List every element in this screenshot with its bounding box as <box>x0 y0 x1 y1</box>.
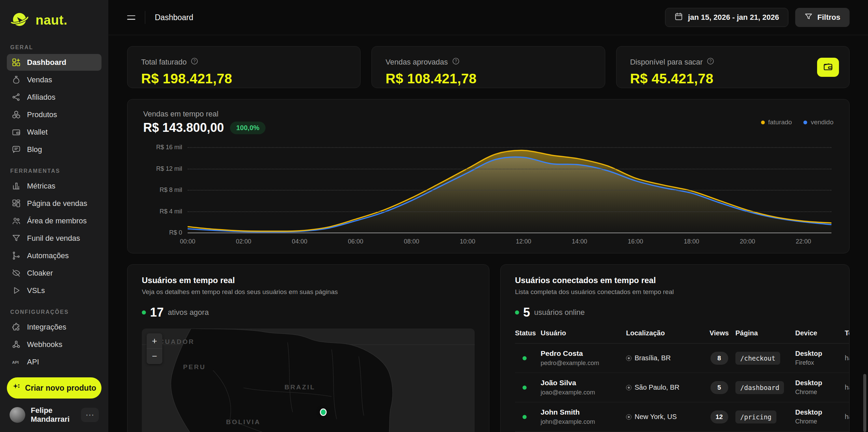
online-count: 5 <box>523 305 530 320</box>
y-axis-tick: R$ 8 mil <box>160 186 182 194</box>
online-dot <box>142 310 146 315</box>
device-browser: Firefox <box>795 359 845 366</box>
page-scrollbar[interactable] <box>863 374 866 432</box>
user-profile[interactable]: Felipe Mandarrari ⋯ <box>7 399 101 424</box>
user-email: john@example.com <box>541 418 626 426</box>
avatar <box>10 407 25 423</box>
device-type: Desktop <box>795 408 845 416</box>
sidebar-item-area-de-membros[interactable]: Área de membros <box>7 212 101 229</box>
stat-card-total-faturado: Total faturado ? R$ 198.421,78 <box>127 46 361 88</box>
user-email: pedro@example.com <box>541 360 626 367</box>
table-header: StatusUsuárioLocalizaçãoViewsPáginaDevic… <box>515 329 850 344</box>
sidebar-item-produtos[interactable]: Produtos <box>7 106 101 123</box>
chart-title: Vendas em tempo real <box>143 110 266 119</box>
date-range-picker[interactable]: jan 15, 2026 - jan 21, 2026 <box>665 8 788 27</box>
table-row: João Silvajoao@example.com São Paulo, BR… <box>515 373 850 402</box>
x-axis-tick: 12:00 <box>516 238 531 245</box>
column-header: Página <box>735 329 795 337</box>
sidebar-toggle-icon[interactable] <box>127 15 135 20</box>
sidebar-item-vendas[interactable]: Vendas <box>7 71 101 88</box>
legend-item-faturado[interactable]: faturado <box>761 119 792 126</box>
zoom-out-button[interactable]: − <box>147 349 162 364</box>
x-axis-tick: 10:00 <box>460 238 475 245</box>
x-axis-tick: 04:00 <box>292 238 307 245</box>
gridline <box>188 190 831 191</box>
integracoes-icon <box>12 322 21 332</box>
stat-value: R$ 108.421,78 <box>385 71 591 86</box>
online-dot <box>515 310 519 315</box>
help-icon[interactable]: ? <box>707 57 714 67</box>
sidebar-item-automacoes[interactable]: Automações <box>7 247 101 264</box>
sparkles-icon <box>12 382 21 393</box>
x-axis-tick: 22:00 <box>796 238 811 245</box>
x-axis-tick: 20:00 <box>740 238 755 245</box>
user-location-marker[interactable] <box>320 408 327 416</box>
stat-card-vendas-aprovadas: Vendas aprovadas ? R$ 108.421,78 <box>371 46 605 88</box>
stat-cards: Total faturado ? R$ 198.421,78 Vendas ap… <box>127 46 850 88</box>
chart-plot-area: R$ 0R$ 4 milR$ 8 milR$ 12 milR$ 16 mil <box>188 147 831 233</box>
sidebar: naut. GERALDashboardVendasAfiliadosProdu… <box>0 0 109 432</box>
user-name: John Smith <box>541 408 580 416</box>
user-location: São Paulo, BR <box>635 384 679 391</box>
sidebar-item-blog[interactable]: Blog <box>7 141 101 158</box>
brand-name: naut. <box>36 13 67 28</box>
funnel-icon <box>804 12 813 23</box>
users-map[interactable]: ECUADORPERUBRAZILBOLIVIA + − <box>142 329 475 432</box>
api-icon: API <box>12 357 21 366</box>
stat-card-disponivel-sacar: Disponível para sacar ? R$ 45.421,78 <box>616 46 850 88</box>
withdraw-wallet-button[interactable] <box>817 58 839 77</box>
legend-dot <box>803 121 807 124</box>
gridline <box>188 169 831 169</box>
filters-button[interactable]: Filtros <box>795 8 850 27</box>
svg-text:?: ? <box>709 59 712 64</box>
automacoes-icon <box>12 251 21 260</box>
nav-section-label: FERRAMENTAS <box>10 168 98 174</box>
webhooks-icon <box>12 340 21 349</box>
x-axis-labels: 00:0002:0004:0006:0008:0010:0012:0014:00… <box>188 238 831 250</box>
nav-section-label: CONFIGURAÇÕES <box>10 309 98 315</box>
dashboard-icon <box>12 58 21 67</box>
x-axis-tick: 14:00 <box>572 238 587 245</box>
x-axis-tick: 02:00 <box>236 238 251 245</box>
sidebar-item-integracoes[interactable]: Integrações <box>7 319 101 335</box>
location-pin-icon <box>626 414 632 420</box>
sidebar-item-wallet[interactable]: Wallet <box>7 124 101 140</box>
help-icon[interactable]: ? <box>191 57 198 67</box>
sidebar-item-pagina-de-vendas[interactable]: Página de vendas <box>7 195 101 212</box>
sidebar-item-afiliados[interactable]: Afiliados <box>7 89 101 106</box>
gridline <box>188 211 831 212</box>
sidebar-item-funil-de-vendas[interactable]: Funil de vendas <box>7 230 101 247</box>
sidebar-item-cloaker[interactable]: Cloaker <box>7 265 101 281</box>
y-axis-tick: R$ 4 mil <box>160 208 182 215</box>
x-axis-tick: 00:00 <box>180 238 195 245</box>
cloaker-icon <box>12 268 21 278</box>
vendas-icon <box>12 75 21 84</box>
sidebar-item-webhooks[interactable]: Webhooks <box>7 336 101 353</box>
time-ago: há 8 <box>845 413 850 421</box>
active-count: 17 <box>150 305 164 320</box>
views-badge: 8 <box>710 352 728 365</box>
legend-dot <box>761 121 765 124</box>
gridline <box>188 147 831 148</box>
device-type: Desktop <box>795 379 845 387</box>
sidebar-item-api[interactable]: APIAPI <box>7 353 101 370</box>
svg-text:?: ? <box>193 59 196 64</box>
views-badge: 12 <box>710 410 728 423</box>
user-email: joao@example.com <box>541 389 626 396</box>
zoom-in-button[interactable]: + <box>147 333 162 349</box>
sidebar-item-vsls[interactable]: VSLs <box>7 282 101 299</box>
page-path-pill: /checkout <box>735 352 780 365</box>
svg-text:API: API <box>12 360 19 365</box>
brand-logo[interactable]: naut. <box>7 9 101 34</box>
main-area: Dashboard jan 15, 2026 - jan 21, 2026 Fi… <box>109 0 868 432</box>
sidebar-item-dashboard[interactable]: Dashboard <box>7 54 101 71</box>
page-title: Dashboard <box>155 13 193 22</box>
map-zoom-control: + − <box>147 333 162 364</box>
help-icon[interactable]: ? <box>452 57 460 67</box>
sales-chart-card: Vendas em tempo real R$ 143.800,00 100,0… <box>127 99 850 253</box>
user-menu-button[interactable]: ⋯ <box>81 408 99 422</box>
sidebar-item-metricas[interactable]: Métricas <box>7 178 101 194</box>
legend-item-vendido[interactable]: vendido <box>803 119 833 126</box>
column-header: Status <box>515 329 541 337</box>
create-product-button[interactable]: Criar novo produto <box>7 377 101 399</box>
